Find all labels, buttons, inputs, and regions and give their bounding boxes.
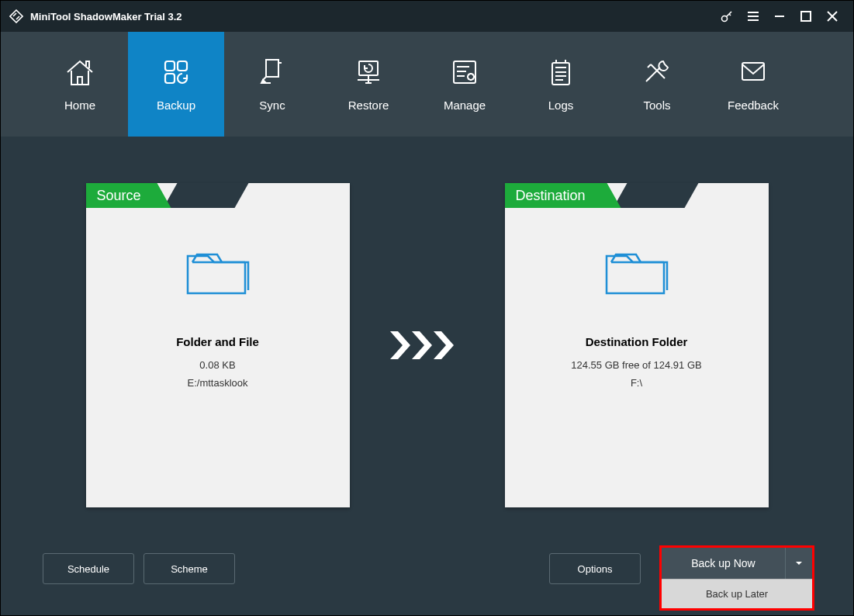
home-icon [63,57,97,88]
backup-dropdown-toggle[interactable] [786,548,812,579]
source-tab-label: Source [86,183,171,208]
menu-icon[interactable] [740,1,766,32]
nav-restore[interactable]: Restore [320,32,417,137]
minimize-icon[interactable] [766,1,793,32]
logs-icon [544,57,578,88]
title-bar: MiniTool ShadowMaker Trial 3.2 [1,1,853,32]
manage-icon [448,57,482,88]
nav-label: Backup [157,99,195,112]
svg-rect-10 [165,74,175,83]
options-button[interactable]: Options [549,553,641,584]
app-window: MiniTool ShadowMaker Trial 3.2 Home [0,0,854,616]
backup-later-option[interactable]: Back up Later [662,579,812,608]
key-icon[interactable] [714,1,740,32]
destination-free: 124.55 GB free of 124.91 GB [571,359,701,371]
nav-label: Manage [444,99,486,112]
source-card[interactable]: Source Folder and File 0.08 KB E:/mttask… [86,183,350,507]
source-size: 0.08 KB [199,359,235,371]
source-path: E:/mttasklook [187,377,247,389]
svg-rect-9 [178,61,187,71]
nav-label: Sync [259,99,285,112]
nav-label: Home [64,99,95,112]
schedule-button[interactable]: Schedule [43,553,134,584]
backup-icon [159,57,193,88]
svg-rect-5 [801,12,811,21]
backup-now-button[interactable]: Back up Now [662,548,786,579]
main-nav: Home Backup Sync Restore Manage [1,32,853,137]
nav-logs[interactable]: Logs [513,32,609,137]
scheme-button[interactable]: Scheme [143,553,235,584]
content-area: Source Folder and File 0.08 KB E:/mttask… [1,137,853,615]
feedback-icon [736,57,770,88]
svg-point-0 [722,16,728,22]
app-title: MiniTool ShadowMaker Trial 3.2 [30,11,182,22]
nav-label: Feedback [728,99,779,112]
app-logo-icon [9,9,24,24]
close-icon[interactable] [819,1,845,32]
nav-sync[interactable]: Sync [224,32,320,137]
svg-rect-21 [742,63,764,80]
restore-icon [351,57,386,88]
folder-icon [602,247,672,304]
destination-title: Destination Folder [586,335,688,348]
nav-label: Restore [348,99,389,112]
maximize-icon[interactable] [793,1,819,32]
destination-tab-label: Destination [505,183,621,208]
nav-feedback[interactable]: Feedback [705,32,801,137]
destination-path: F:\ [631,377,642,389]
nav-tools[interactable]: Tools [609,32,705,137]
svg-rect-11 [359,61,378,75]
nav-label: Logs [548,99,574,112]
folder-icon [183,247,253,304]
sync-icon [255,57,289,88]
nav-backup[interactable]: Backup [128,32,224,137]
nav-home[interactable]: Home [32,32,128,137]
nav-label: Tools [643,99,670,112]
nav-manage[interactable]: Manage [417,32,513,137]
source-title: Folder and File [176,335,259,348]
svg-rect-17 [552,63,569,85]
destination-card[interactable]: Destination Destination Folder 124.55 GB… [505,183,769,507]
backup-split-button: Back up Now Back up Later [659,545,814,611]
svg-rect-8 [165,61,175,71]
tools-icon [640,57,674,88]
arrow-chevrons-icon [389,183,466,507]
